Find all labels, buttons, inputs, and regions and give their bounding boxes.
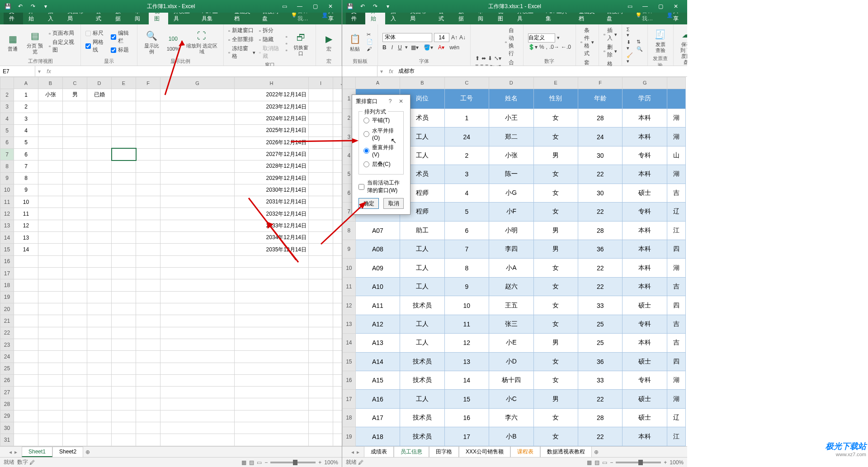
row-header[interactable]: 20 xyxy=(0,303,14,315)
zoom-slider[interactable] xyxy=(270,462,316,463)
cell[interactable] xyxy=(309,148,333,160)
row-header[interactable]: 5 xyxy=(0,125,14,137)
cell[interactable] xyxy=(14,327,38,339)
row-header[interactable]: 9 xyxy=(0,172,14,184)
pagelayout-button[interactable]: ▫ 页面布局 xyxy=(48,29,77,38)
cell[interactable] xyxy=(136,351,160,363)
col-header[interactable]: A xyxy=(355,77,400,89)
cell[interactable] xyxy=(38,339,63,350)
cell[interactable]: 男 xyxy=(533,334,578,352)
cell[interactable]: 工人 xyxy=(400,334,444,352)
row-header[interactable]: 3 xyxy=(0,101,14,113)
cell[interactable] xyxy=(112,291,136,303)
cell[interactable] xyxy=(38,208,63,220)
fill-color-icon[interactable]: 🪣▾ xyxy=(424,44,433,51)
row-header[interactable]: 30 xyxy=(0,422,14,434)
cell[interactable] xyxy=(63,220,87,231)
cell[interactable] xyxy=(136,148,160,160)
cell[interactable] xyxy=(309,315,333,327)
cell[interactable] xyxy=(333,232,342,244)
cell[interactable] xyxy=(136,422,160,434)
cell[interactable] xyxy=(333,327,342,339)
cell[interactable] xyxy=(309,422,333,434)
cell[interactable] xyxy=(112,315,136,327)
cell[interactable]: 2031年12月14日 xyxy=(235,196,309,208)
cell[interactable] xyxy=(63,315,87,327)
cell[interactable] xyxy=(63,101,87,113)
cell[interactable] xyxy=(136,327,160,339)
cell[interactable] xyxy=(309,387,333,398)
cell[interactable]: 江 xyxy=(667,427,685,446)
cell[interactable] xyxy=(160,113,235,124)
cell[interactable] xyxy=(160,101,235,113)
cell[interactable] xyxy=(63,410,87,422)
shrink-font-icon[interactable]: A↓ xyxy=(459,34,466,41)
cell[interactable] xyxy=(87,434,112,446)
cell[interactable]: 四 xyxy=(667,352,685,371)
cell[interactable]: 12 xyxy=(444,334,489,352)
cell[interactable] xyxy=(87,148,112,160)
cell[interactable]: 10 xyxy=(444,296,489,315)
cell[interactable] xyxy=(333,422,342,434)
cell[interactable]: 陈一 xyxy=(489,165,533,184)
row-header[interactable]: 11 xyxy=(343,277,356,296)
cell[interactable] xyxy=(136,89,160,101)
cell[interactable]: 7 xyxy=(14,160,38,172)
cell[interactable] xyxy=(63,398,87,410)
cell[interactable] xyxy=(136,303,160,315)
cell[interactable] xyxy=(160,208,235,220)
cell[interactable] xyxy=(87,220,112,231)
cell[interactable] xyxy=(160,244,235,255)
cell[interactable]: 技术员 xyxy=(400,408,444,427)
cell[interactable]: 女 xyxy=(533,296,578,315)
cell[interactable] xyxy=(160,220,235,231)
normal-view-button[interactable]: ▦普通 xyxy=(4,31,22,53)
col-header[interactable]: D xyxy=(489,77,533,89)
cell[interactable] xyxy=(136,196,160,208)
cell[interactable]: 硕士 xyxy=(623,390,667,408)
cell[interactable] xyxy=(333,125,342,137)
cell[interactable] xyxy=(235,255,309,267)
cell[interactable] xyxy=(333,339,342,350)
cell[interactable] xyxy=(112,434,136,446)
cell[interactable]: 3 xyxy=(14,113,38,124)
cell[interactable] xyxy=(136,374,160,386)
view-break-icon[interactable]: ▭ xyxy=(602,459,607,466)
cell[interactable] xyxy=(309,172,333,184)
cell[interactable] xyxy=(14,291,38,303)
cell[interactable] xyxy=(87,363,112,374)
cell[interactable] xyxy=(160,327,235,339)
cell[interactable] xyxy=(38,244,63,255)
zoom-in-icon[interactable]: + xyxy=(664,459,667,466)
cell[interactable]: 技术员 xyxy=(400,352,444,371)
align-mid-icon[interactable]: ⬌ xyxy=(481,55,486,61)
cell[interactable]: 11 xyxy=(444,315,489,333)
cell[interactable] xyxy=(87,160,112,172)
percent-icon[interactable]: % xyxy=(539,44,544,50)
row-header[interactable]: 10 xyxy=(0,184,14,196)
sort-filter-icon[interactable]: ⇅ xyxy=(636,38,644,45)
add-sheet-button[interactable]: ⊕ xyxy=(83,449,92,455)
cell[interactable] xyxy=(333,434,342,446)
cell[interactable] xyxy=(333,351,342,363)
row-header[interactable]: 17 xyxy=(343,390,356,408)
namebox-dropdown-icon[interactable]: ▾ xyxy=(35,68,43,75)
invoice-button[interactable]: 🧾发票 查验 xyxy=(651,26,670,54)
minimize-icon[interactable]: — xyxy=(292,1,307,11)
col-header[interactable]: E xyxy=(533,77,578,89)
cell[interactable] xyxy=(160,268,235,279)
add-sheet-button[interactable]: ⊕ xyxy=(592,449,601,455)
cell[interactable] xyxy=(87,255,112,267)
row-header[interactable]: 14 xyxy=(0,232,14,244)
cell[interactable] xyxy=(136,220,160,231)
switch-window-button[interactable]: 🗗切换窗口 xyxy=(290,29,312,57)
cell[interactable] xyxy=(87,291,112,303)
cell[interactable]: 郑二 xyxy=(489,127,533,146)
cell[interactable] xyxy=(333,291,342,303)
cell[interactable] xyxy=(63,303,87,315)
cell[interactable] xyxy=(309,220,333,231)
cell[interactable]: A17 xyxy=(355,408,400,427)
cell[interactable] xyxy=(136,363,160,374)
custom-view-button[interactable]: ▫ 自定义视图 xyxy=(48,38,77,54)
cell[interactable] xyxy=(235,422,309,434)
